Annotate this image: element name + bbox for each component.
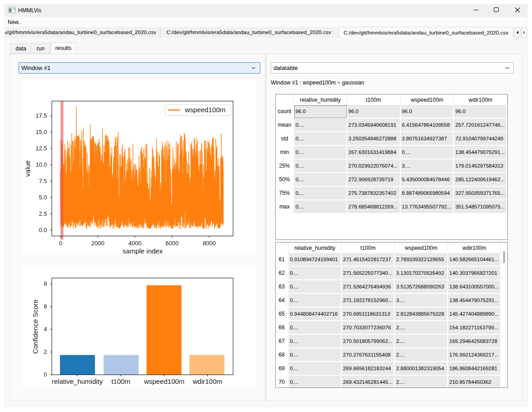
svg-text:wspeed100m: wspeed100m: [184, 106, 225, 114]
svg-text:6000: 6000: [165, 240, 179, 247]
svg-text:6: 6: [44, 303, 47, 310]
svg-text:2.5: 2.5: [39, 210, 47, 217]
svg-text:0.0: 0.0: [39, 227, 47, 233]
svg-text:wspeed100m: wspeed100m: [144, 377, 184, 385]
svg-text:7.5: 7.5: [39, 178, 47, 184]
svg-text:wdir100m: wdir100m: [192, 377, 222, 385]
svg-text:8: 8: [44, 280, 47, 287]
svg-text:17.5: 17.5: [35, 112, 47, 119]
svg-text:t100m: t100m: [111, 377, 130, 385]
svg-text:8000: 8000: [203, 240, 216, 247]
svg-text:value: value: [24, 160, 31, 177]
svg-text:4000: 4000: [129, 240, 142, 247]
svg-text:10.0: 10.0: [35, 161, 47, 168]
svg-text:2: 2: [44, 348, 47, 355]
svg-text:Confidence Score: Confidence Score: [31, 299, 39, 353]
svg-text:relative_humidity: relative_humidity: [52, 377, 103, 385]
svg-text:sample index: sample index: [123, 247, 163, 255]
svg-text:4: 4: [44, 326, 47, 333]
svg-text:0: 0: [44, 371, 47, 378]
svg-text:15.0: 15.0: [35, 129, 47, 135]
svg-text:2000: 2000: [91, 240, 104, 247]
svg-text:5.0: 5.0: [39, 194, 47, 201]
svg-text:12.5: 12.5: [35, 145, 47, 152]
svg-text:0: 0: [59, 240, 62, 247]
